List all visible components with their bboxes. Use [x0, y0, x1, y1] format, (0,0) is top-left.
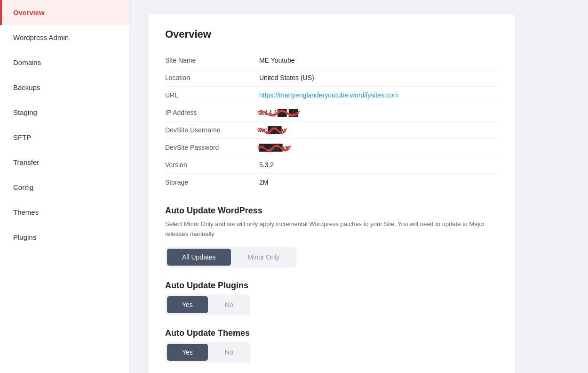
sidebar: OverviewWordpress AdminDomainsBackupsSta…: [0, 0, 129, 373]
sidebar-item-themes[interactable]: Themes: [0, 200, 129, 225]
section-title: Auto Update Plugins: [165, 281, 498, 291]
info-row: Storage2M: [165, 174, 498, 191]
section-auto-update-plugins: Auto Update PluginsYesNo: [165, 281, 498, 315]
btn-yes[interactable]: Yes: [167, 344, 208, 361]
info-row: URLhttps://martyenglanderyoutube.wordify…: [165, 87, 498, 104]
sidebar-item-transfer[interactable]: Transfer: [0, 150, 129, 175]
sidebar-item-overview[interactable]: Overview: [0, 0, 129, 25]
sidebar-item-wordpress-admin[interactable]: Wordpress Admin: [0, 25, 129, 50]
info-row: Site NameME Youtube: [165, 52, 498, 69]
info-row: DevSite Usernamewo███y: [165, 122, 498, 139]
btn-minor-only[interactable]: Minor Only: [233, 249, 295, 266]
section-title: Auto Update Themes: [165, 328, 498, 338]
card-title: Overview: [165, 28, 498, 41]
info-label: Location: [165, 74, 259, 81]
overview-card: Overview Site NameME YoutubeLocationUnit…: [148, 14, 515, 373]
info-value: United States (US): [259, 74, 314, 81]
info-row: LocationUnited States (US): [165, 69, 498, 87]
info-row: DevSite Password█████ve: [165, 139, 498, 156]
sidebar-item-staging[interactable]: Staging: [0, 100, 129, 125]
btn-no[interactable]: No: [210, 344, 248, 361]
info-value: wo███y: [259, 126, 285, 134]
sidebar-item-sftp[interactable]: SFTP: [0, 125, 129, 150]
section-desc: Select Minor Only and we will only apply…: [165, 219, 498, 239]
info-row: Version5.3.2: [165, 156, 498, 174]
section-auto-update-themes: Auto Update ThemesYesNo: [165, 328, 498, 363]
info-label: DevSite Username: [165, 126, 259, 134]
info-label: Storage: [165, 178, 259, 186]
btn-all-updates[interactable]: All Updates: [167, 249, 231, 266]
info-value: ME Youtube: [259, 57, 295, 64]
btn-yes[interactable]: Yes: [167, 296, 208, 313]
info-value: 5.3.2: [259, 161, 274, 169]
btn-group: All UpdatesMinor Only: [165, 247, 296, 268]
btn-group: YesNo: [165, 342, 250, 363]
info-label: Version: [165, 161, 259, 169]
sidebar-item-plugins[interactable]: Plugins: [0, 225, 129, 250]
info-label: DevSite Password: [165, 144, 259, 151]
main-content: Overview Site NameME YoutubeLocationUnit…: [129, 0, 588, 373]
info-value: 2M: [259, 178, 268, 186]
info-table: Site NameME YoutubeLocationUnited States…: [165, 52, 498, 191]
info-value: 3.14.1██.██: [259, 109, 298, 116]
info-row: IP Address3.14.1██.██: [165, 104, 498, 122]
info-value[interactable]: https://martyenglanderyoutube.wordifysit…: [259, 91, 398, 99]
sidebar-item-config[interactable]: Config: [0, 175, 129, 200]
sidebar-item-backups[interactable]: Backups: [0, 75, 129, 100]
info-label: URL: [165, 91, 259, 99]
btn-no[interactable]: No: [210, 296, 248, 313]
info-value: █████ve: [259, 144, 289, 151]
section-auto-update-wordpress: Auto Update WordPressSelect Minor Only a…: [165, 206, 498, 268]
info-label: IP Address: [165, 109, 259, 116]
section-title: Auto Update WordPress: [165, 206, 498, 216]
sidebar-item-domains[interactable]: Domains: [0, 50, 129, 75]
btn-group: YesNo: [165, 294, 250, 315]
info-label: Site Name: [165, 57, 259, 64]
